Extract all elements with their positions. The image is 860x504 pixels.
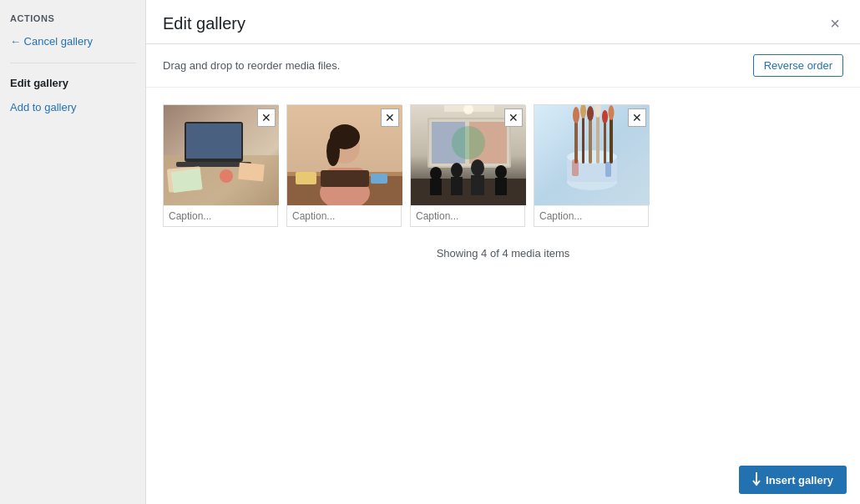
edit-gallery-section-title: Edit gallery — [10, 77, 135, 89]
gallery-item-image: ✕ — [411, 105, 526, 205]
svg-rect-38 — [495, 178, 507, 195]
gallery-item-image: ✕ — [534, 105, 650, 205]
add-to-gallery-link[interactable]: Add to gallery — [10, 99, 135, 115]
svg-rect-30 — [411, 179, 526, 205]
toolbar: Drag and drop to reorder media files. Re… — [146, 44, 860, 88]
svg-rect-36 — [471, 175, 484, 195]
page-title: Edit gallery — [163, 14, 245, 33]
cancel-gallery-link[interactable]: ← Cancel gallery — [10, 33, 135, 49]
sidebar-divider — [10, 63, 135, 63]
svg-rect-34 — [451, 177, 463, 195]
remove-item-button[interactable]: ✕ — [381, 108, 399, 127]
svg-point-54 — [609, 105, 615, 120]
main-footer: Insert gallery — [726, 456, 860, 504]
caption-input[interactable] — [287, 205, 401, 226]
gallery-area: ✕ — [146, 88, 860, 504]
svg-rect-20 — [296, 172, 316, 184]
remove-item-button[interactable]: ✕ — [628, 108, 646, 127]
insert-gallery-button[interactable]: Insert gallery — [739, 466, 847, 494]
showing-count: Showing 4 of 4 media items — [163, 240, 843, 266]
svg-point-48 — [587, 106, 594, 121]
list-item[interactable]: ✕ — [534, 104, 649, 227]
list-item[interactable]: ✕ — [410, 104, 525, 227]
svg-point-29 — [452, 126, 485, 159]
svg-point-52 — [602, 110, 608, 123]
remove-item-button[interactable]: ✕ — [257, 108, 276, 127]
svg-rect-32 — [430, 179, 442, 195]
gallery-grid: ✕ — [163, 104, 843, 227]
sidebar: Actions ← Cancel gallery Edit gallery Ad… — [0, 0, 146, 504]
list-item[interactable]: ✕ — [286, 104, 402, 227]
gallery-item-image: ✕ — [287, 105, 402, 205]
remove-item-button[interactable]: ✕ — [504, 108, 523, 127]
arrow-down-icon — [752, 472, 761, 487]
insert-gallery-label: Insert gallery — [766, 474, 833, 486]
svg-point-35 — [471, 159, 484, 176]
drag-hint: Drag and drop to reorder media files. — [163, 59, 340, 72]
close-button[interactable]: × — [827, 13, 843, 33]
svg-point-31 — [430, 167, 442, 180]
svg-rect-56 — [605, 162, 611, 177]
gallery-item-image: ✕ — [164, 105, 279, 205]
main-panel: Edit gallery × Drag and drop to reorder … — [146, 0, 860, 504]
caption-input[interactable] — [534, 205, 648, 226]
svg-point-44 — [573, 107, 579, 123]
svg-rect-8 — [238, 163, 265, 182]
svg-point-9 — [220, 169, 233, 183]
actions-label: Actions — [10, 13, 135, 23]
svg-point-37 — [495, 165, 507, 179]
svg-point-33 — [451, 163, 463, 178]
svg-rect-21 — [371, 174, 387, 184]
main-header: Edit gallery × — [146, 0, 860, 44]
svg-rect-7 — [170, 169, 202, 194]
svg-point-18 — [326, 136, 340, 166]
caption-input[interactable] — [164, 205, 277, 226]
reverse-order-button[interactable]: Reverse order — [753, 54, 843, 77]
svg-rect-55 — [572, 159, 579, 176]
svg-rect-4 — [186, 123, 241, 159]
list-item[interactable]: ✕ — [163, 104, 278, 227]
svg-rect-19 — [321, 170, 369, 187]
caption-input[interactable] — [411, 205, 524, 226]
